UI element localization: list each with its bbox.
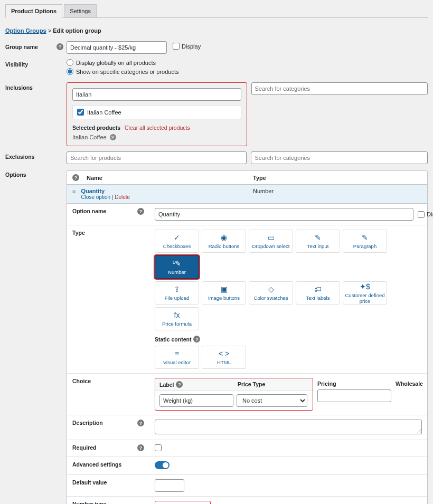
inclusions-product-search[interactable]: [72, 88, 241, 101]
label-icon: 🏷: [314, 285, 322, 293]
dropdown-icon: ▭: [268, 233, 275, 242]
display-checkbox[interactable]: [173, 43, 180, 50]
visibility-specific-radio[interactable]: [67, 68, 73, 75]
col-header-type: Type: [253, 175, 422, 181]
tab-product-options[interactable]: Product Options: [5, 4, 62, 18]
visibility-global-radio[interactable]: [67, 59, 73, 66]
type-radio[interactable]: ◉Radio buttons: [202, 230, 246, 253]
remove-selected-icon[interactable]: ✕: [110, 134, 116, 140]
type-checkboxes[interactable]: ✓Checkboxes: [155, 230, 199, 253]
number-type-box: Whole number Decimal: [155, 501, 211, 504]
label-options: Options: [5, 169, 67, 178]
type-text-labels[interactable]: 🏷Text labels: [296, 281, 340, 305]
type-customer-price[interactable]: ✦$Customer defined price: [343, 281, 387, 305]
option-row: ≡ Quantity Close option | Delete Number: [67, 185, 427, 204]
type-visual-editor[interactable]: ≡Visual editor: [155, 346, 199, 369]
paragraph-icon: ✎: [362, 233, 368, 242]
type-text[interactable]: ✎Text input: [296, 230, 340, 253]
number-icon: ¹✎: [173, 259, 182, 268]
option-name-link[interactable]: Quantity: [81, 188, 105, 194]
label-visibility: Visibility: [5, 59, 67, 68]
label-exclusions: Exclusions: [5, 151, 67, 160]
pricing-input[interactable]: [317, 389, 391, 402]
exclusions-category-search[interactable]: [251, 151, 428, 164]
type-image-buttons[interactable]: ▣Image buttons: [202, 281, 246, 305]
type-color-swatches[interactable]: ◇Color swatches: [249, 281, 293, 305]
col-header-name: Name: [87, 175, 253, 181]
inclusions-box: Italian Coffee Selected products Clear a…: [67, 82, 247, 146]
help-icon[interactable]: ?: [137, 420, 144, 426]
type-html[interactable]: < >HTML: [202, 346, 246, 369]
description-textarea[interactable]: [155, 420, 422, 434]
label-inclusions: Inclusions: [5, 82, 67, 91]
type-file-upload[interactable]: ⇪File upload: [155, 281, 199, 305]
breadcrumb-current: Edit option group: [53, 27, 101, 34]
check-icon: ✓: [174, 233, 180, 242]
editor-icon: ≡: [175, 349, 179, 358]
help-icon[interactable]: ?: [193, 336, 200, 343]
exclusions-product-search[interactable]: [67, 151, 247, 164]
type-price-formula[interactable]: fxPrice formula: [155, 307, 199, 330]
breadcrumb: Option Groups > Edit option group: [5, 27, 428, 34]
close-option-link[interactable]: Close option: [81, 194, 110, 200]
option-name-input[interactable]: [155, 208, 413, 221]
choice-price-type-select[interactable]: No cost: [237, 394, 307, 407]
html-icon: < >: [219, 349, 229, 358]
help-icon[interactable]: ?: [57, 43, 63, 50]
help-icon[interactable]: ?: [137, 444, 144, 451]
tab-settings[interactable]: Settings: [64, 4, 97, 17]
radio-icon: ◉: [221, 233, 227, 242]
help-icon[interactable]: ?: [176, 381, 183, 388]
drag-handle-icon[interactable]: ≡: [72, 188, 76, 194]
option-type-cell: Number: [253, 188, 422, 194]
default-value-input[interactable]: [155, 479, 184, 492]
choice-box: Label? Price Type No cost: [155, 378, 313, 411]
price-icon: ✦$: [360, 282, 370, 291]
image-icon: ▣: [221, 285, 228, 293]
label-group-name: Group name ?: [5, 41, 67, 50]
group-name-input[interactable]: [67, 41, 167, 54]
type-number[interactable]: ¹✎Number: [155, 255, 199, 279]
delete-option-link[interactable]: Delete: [115, 194, 130, 200]
help-icon[interactable]: ?: [137, 208, 144, 215]
inclusions-category-search[interactable]: [251, 82, 428, 95]
selected-product-item: Italian Coffee ✕: [72, 134, 241, 140]
display-checkbox-label[interactable]: Display: [173, 43, 201, 50]
formula-icon: fx: [174, 311, 180, 319]
option-display-checkbox[interactable]: [418, 211, 425, 218]
required-checkbox[interactable]: [155, 444, 162, 451]
type-dropdown[interactable]: ▭Dropdown select: [249, 230, 293, 253]
advanced-toggle[interactable]: [155, 461, 170, 469]
upload-icon: ⇪: [174, 285, 180, 293]
clear-selected-products-link[interactable]: Clear all selected products: [125, 125, 190, 131]
text-icon: ✎: [315, 233, 321, 242]
choice-label-input[interactable]: [159, 394, 233, 407]
breadcrumb-root[interactable]: Option Groups: [5, 27, 46, 34]
help-icon[interactable]: ?: [72, 174, 79, 181]
swatch-icon: ◇: [268, 285, 274, 293]
type-paragraph[interactable]: ✎Paragraph: [343, 230, 387, 253]
inclusions-product-checkbox[interactable]: [77, 109, 84, 116]
